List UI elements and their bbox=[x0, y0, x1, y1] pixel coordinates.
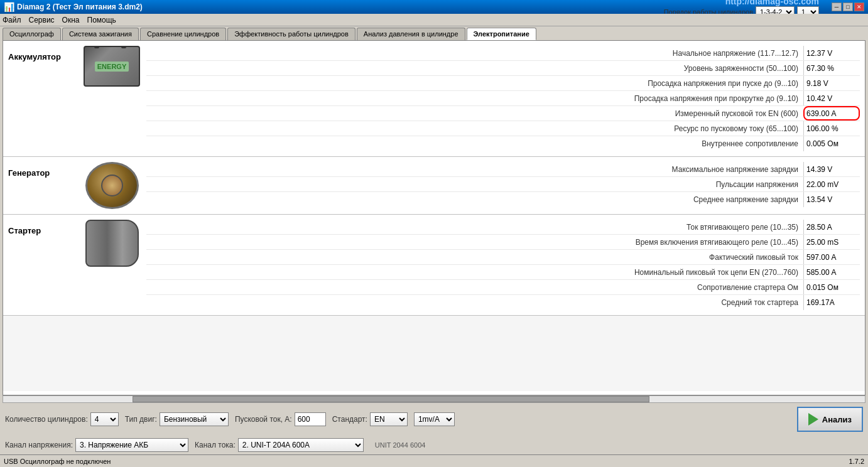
menu-windows[interactable]: Окна bbox=[62, 16, 80, 24]
battery-value-1: 67.30 % bbox=[803, 61, 860, 75]
voltage-channel-select[interactable]: 3. Напряжение АКБ bbox=[75, 438, 188, 452]
battery-title: Аккумулятор bbox=[8, 46, 77, 62]
website-url: http://diamag-osc.com bbox=[664, 0, 819, 6]
generator-value-1: 22.00 mV bbox=[803, 177, 860, 191]
window-title: Diamag 2 (Тест Эл питания 3.dm2) bbox=[17, 3, 143, 11]
starter-label-1: Время включения втягивающего реле (10...… bbox=[146, 238, 803, 247]
starter-row-0: Ток втягивающего реле (10...35) 28.50 A bbox=[146, 220, 860, 235]
menu-bar: Файл Сервис Окна Помощь bbox=[0, 14, 868, 26]
generator-label-1: Пульсации напряжения bbox=[146, 180, 803, 189]
cylinder-count-select[interactable]: 4 6 8 bbox=[90, 412, 119, 426]
engine-type-label: Тип двиг: bbox=[125, 415, 157, 424]
battery-row-5: Ресурс по пусковому току (65...100) 106.… bbox=[146, 121, 860, 136]
starter-data: Ток втягивающего реле (10...35) 28.50 A … bbox=[146, 220, 860, 310]
starter-section: Стартер Ток втягивающего реле (10...35) … bbox=[3, 215, 865, 316]
cylinder-count-group: Количество цилиндров: 4 6 8 bbox=[5, 412, 119, 426]
scrollbar-thumb[interactable] bbox=[133, 396, 649, 402]
tabs-row: Осциллограф Система зажигания Сравнение … bbox=[0, 26, 868, 40]
battery-label-5: Ресурс по пусковому току (65...100) bbox=[146, 124, 803, 133]
voltage-channel-group: Канал напряжения: 3. Напряжение АКБ bbox=[5, 438, 188, 452]
generator-data: Максимальное напряжение зарядки 14.39 V … bbox=[146, 162, 860, 207]
starter-row-2: Фактический пиковый ток 597.00 A bbox=[146, 250, 860, 265]
starter-value-4: 0.015 Ом bbox=[803, 280, 860, 294]
battery-value-6: 0.005 Ом bbox=[803, 136, 860, 151]
unit-text: UNIT 2044 6004 bbox=[375, 441, 426, 449]
battery-value-2: 9.18 V bbox=[803, 76, 860, 90]
status-bar: USB Осциллограф не подключен 1.7.2 bbox=[0, 454, 868, 467]
starter-label-0: Ток втягивающего реле (10...35) bbox=[146, 223, 803, 232]
standard-group: Стандарт: EN DIN SAE bbox=[332, 412, 408, 426]
battery-row-6: Внутреннее сопротивление 0.005 Ом bbox=[146, 136, 860, 151]
starter-row-3: Номинальный пиковый ток цепи EN (270...7… bbox=[146, 265, 860, 280]
alternator-icon bbox=[85, 162, 139, 209]
generator-label-2: Среднее напряжение зарядки bbox=[146, 195, 803, 204]
tab-power[interactable]: Электропитание bbox=[467, 28, 536, 40]
generator-value-2: 13.54 V bbox=[803, 192, 860, 207]
battery-label-0: Начальное напряжение (11.7...12.7) bbox=[146, 49, 803, 58]
empty-area bbox=[3, 316, 865, 391]
tab-ignition[interactable]: Система зажигания bbox=[62, 28, 139, 40]
starter-label-4: Сопротивление стартера Ом bbox=[146, 283, 803, 292]
mv-select[interactable]: 1mv/A 2mv/A bbox=[414, 412, 455, 426]
minimize-button[interactable]: ─ bbox=[832, 3, 842, 11]
battery-label-4: Измеренный пусковой ток EN (600) bbox=[146, 109, 803, 118]
status-left: USB Осциллограф не подключен bbox=[4, 458, 111, 465]
starting-current-group: Пусковой ток, А: bbox=[235, 412, 326, 426]
tab-oscilloscope[interactable]: Осциллограф bbox=[3, 28, 61, 40]
voltage-channel-label: Канал напряжения: bbox=[5, 441, 73, 449]
battery-image: ENERGY bbox=[77, 46, 146, 87]
starter-row-1: Время включения втягивающего реле (10...… bbox=[146, 235, 860, 250]
battery-value-0: 12.37 V bbox=[803, 46, 860, 60]
alternator-inner bbox=[101, 174, 123, 196]
current-channel-group: Канал тока: 2. UNI-T 204A 600A bbox=[195, 438, 364, 452]
tab-cylinder-compare[interactable]: Сравнение цилиндров bbox=[140, 28, 226, 40]
starter-label-2: Фактический пиковый ток bbox=[146, 253, 803, 262]
engine-type-select[interactable]: Бензиновый Дизельный bbox=[160, 412, 229, 426]
starter-icon bbox=[85, 220, 139, 267]
current-channel-select[interactable]: 2. UNI-T 204A 600A bbox=[238, 438, 364, 452]
menu-file[interactable]: Файл bbox=[3, 16, 21, 24]
close-button[interactable]: ✕ bbox=[854, 3, 864, 11]
starter-value-5: 169.17A bbox=[803, 295, 860, 310]
engine-type-group: Тип двиг: Бензиновый Дизельный bbox=[125, 412, 229, 426]
generator-value-0: 14.39 V bbox=[803, 162, 860, 176]
starter-value-2: 597.00 A bbox=[803, 250, 860, 264]
menu-help[interactable]: Помощь bbox=[87, 16, 116, 24]
analyze-button[interactable]: Анализ bbox=[797, 407, 863, 432]
starter-label-3: Номинальный пиковый ток цепи EN (270...7… bbox=[146, 268, 803, 277]
battery-row-4: Измеренный пусковой ток EN (600) 639.00 … bbox=[146, 106, 860, 121]
window-controls: ─ □ ✕ bbox=[832, 3, 864, 11]
main-content: Аккумулятор ENERGY Начальное напряжение … bbox=[3, 40, 865, 395]
generator-title: Генератор bbox=[8, 162, 77, 178]
battery-row-1: Уровень заряженности (50...100) 67.30 % bbox=[146, 61, 860, 76]
controls-row-1: Количество цилиндров: 4 6 8 Тип двиг: Бе… bbox=[0, 403, 868, 436]
battery-brand-label: ENERGY bbox=[95, 62, 129, 72]
tab-pressure[interactable]: Анализ давления в цилиндре bbox=[357, 28, 465, 40]
battery-label-3: Просадка напряжения при прокрутке до (9.… bbox=[146, 94, 803, 103]
battery-value-3: 10.42 V bbox=[803, 91, 860, 105]
battery-data: Начальное напряжение (11.7...12.7) 12.37… bbox=[146, 46, 860, 151]
starter-value-3: 585.00 A bbox=[803, 265, 860, 279]
battery-row-2: Просадка напряжения при пуске до (9...10… bbox=[146, 76, 860, 91]
app-icon: 📊 bbox=[4, 2, 14, 12]
title-bar: 📊 Diamag 2 (Тест Эл питания 3.dm2) http:… bbox=[0, 0, 868, 14]
menu-service[interactable]: Сервис bbox=[29, 16, 55, 24]
cylinder-count-label: Количество цилиндров: bbox=[5, 415, 88, 424]
current-channel-label: Канал тока: bbox=[195, 441, 236, 449]
starter-title: Стартер bbox=[8, 220, 77, 235]
play-icon bbox=[808, 413, 818, 426]
battery-label-1: Уровень заряженности (50...100) bbox=[146, 64, 803, 73]
tab-efficiency[interactable]: Эффективность работы цилиндров bbox=[227, 28, 355, 40]
starter-image bbox=[77, 220, 146, 267]
generator-image bbox=[77, 162, 146, 209]
maximize-button[interactable]: □ bbox=[843, 3, 853, 11]
standard-select[interactable]: EN DIN SAE bbox=[370, 412, 408, 426]
status-right: 1.7.2 bbox=[849, 458, 864, 465]
title-bar-left: 📊 Diamag 2 (Тест Эл питания 3.dm2) bbox=[4, 2, 143, 12]
starter-value-0: 28.50 A bbox=[803, 220, 860, 234]
horizontal-scrollbar[interactable] bbox=[3, 395, 865, 403]
starter-value-1: 25.00 mS bbox=[803, 235, 860, 249]
starter-label-5: Средний ток стартера bbox=[146, 298, 803, 307]
starting-current-input[interactable] bbox=[295, 412, 326, 426]
generator-row-0: Максимальное напряжение зарядки 14.39 V bbox=[146, 162, 860, 177]
